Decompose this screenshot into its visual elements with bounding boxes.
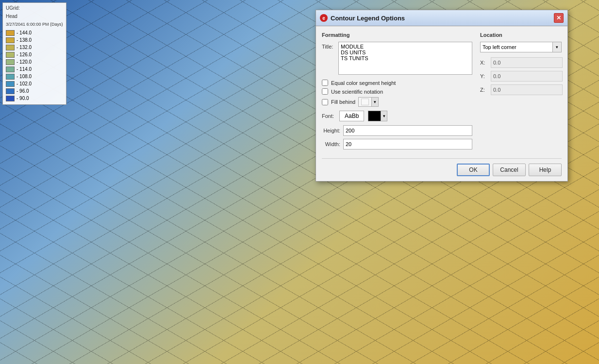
z-label: Z: (480, 87, 488, 93)
height-input[interactable] (343, 125, 472, 136)
contour-legend-dialog: e Contour Legend Options ✕ Formatting Ti… (316, 10, 568, 182)
legend-label-1: - 138.0 (17, 37, 32, 44)
legend-label-8: - 96.0 (17, 88, 29, 95)
legend-color-2 (6, 45, 15, 50)
legend-color-9 (6, 96, 15, 101)
title-label: Title: (322, 42, 335, 50)
legend-color-7 (6, 81, 15, 87)
legend-line2: Head (6, 13, 63, 20)
scientific-notation-row: Use scientific notation (322, 88, 472, 95)
dialog-title-left: e Contour Legend Options (320, 14, 405, 22)
legend-entry-5: - 114.0 (6, 66, 63, 73)
width-row: Width: (322, 139, 472, 149)
fill-behind-label: Fill behind (331, 99, 355, 105)
height-label: Height: (322, 128, 340, 133)
dialog-app-icon: e (320, 14, 328, 22)
font-preview-button[interactable]: AaBb (339, 111, 364, 121)
fill-behind-checkbox[interactable] (322, 99, 328, 105)
equal-color-row: Equal color segment height (322, 80, 472, 86)
legend-line3: 3/27/2041 6:00:00 PM (Days) (6, 21, 63, 28)
y-input[interactable] (491, 71, 563, 82)
fill-color-swatch-btn[interactable] (358, 97, 372, 107)
equal-color-checkbox[interactable] (322, 80, 328, 86)
x-input[interactable] (491, 57, 563, 68)
legend-color-6 (6, 74, 15, 80)
width-input[interactable] (343, 139, 472, 149)
font-row: Font: AaBb ▾ (322, 111, 472, 121)
location-select[interactable]: Top left corner Top right corner Bottom … (480, 42, 553, 52)
y-label: Y: (480, 73, 488, 79)
legend-entry-6: - 108.0 (6, 73, 63, 80)
legend-line1: UGrid: (6, 5, 63, 12)
dialog-buttons: OK Cancel Help (316, 159, 567, 181)
close-button[interactable]: ✕ (554, 13, 564, 23)
title-row: Title: MODULE DS UNITS TS TUNITS (322, 42, 472, 75)
legend-color-0 (6, 30, 15, 36)
fill-behind-row: Fill behind ▾ (322, 97, 472, 107)
ok-button[interactable]: OK (457, 164, 490, 176)
legend-label-3: - 126.0 (17, 51, 32, 58)
fill-color-picker: ▾ (358, 97, 379, 107)
legend-label-5: - 114.0 (17, 66, 32, 73)
legend-color-3 (6, 52, 15, 58)
legend-entry-9: - 90.0 (6, 95, 63, 102)
legend-label-9: - 90.0 (17, 95, 29, 102)
legend-entry-1: - 138.0 (6, 37, 63, 44)
scientific-notation-label: Use scientific notation (331, 89, 383, 95)
legend-label-0: - 144.0 (17, 30, 32, 36)
z-input[interactable] (491, 84, 563, 95)
fill-color-swatch (361, 99, 369, 105)
dialog-body: Formatting Title: MODULE DS UNITS TS TUN… (316, 26, 567, 158)
fill-color-dropdown[interactable]: ▾ (372, 97, 379, 107)
formatting-section-title: Formatting (322, 32, 472, 38)
legend-entry-4: - 120.0 (6, 59, 63, 66)
width-label: Width: (322, 141, 340, 147)
x-coord-row: X: (480, 57, 562, 68)
dialog-titlebar[interactable]: e Contour Legend Options ✕ (316, 10, 567, 26)
legend-entry-3: - 126.0 (6, 51, 63, 58)
scientific-notation-checkbox[interactable] (322, 88, 328, 95)
legend-color-5 (6, 66, 15, 72)
help-button[interactable]: Help (529, 164, 562, 176)
equal-color-label: Equal color segment height (331, 80, 396, 86)
formatting-section: Formatting Title: MODULE DS UNITS TS TUN… (322, 32, 472, 152)
font-label: Font: (322, 113, 335, 119)
legend-color-8 (6, 88, 15, 94)
z-coord-row: Z: (480, 84, 562, 95)
legend-label-7: - 102.0 (17, 81, 32, 87)
location-dropdown-row: Top left corner Top right corner Bottom … (480, 42, 562, 52)
font-color-black-btn[interactable] (368, 111, 381, 121)
x-label: X: (480, 60, 488, 66)
legend-entry-2: - 132.0 (6, 44, 63, 51)
height-row: Height: (322, 125, 472, 136)
font-color-dropdown[interactable]: ▾ (381, 111, 387, 121)
legend-entries: - 144.0 - 138.0 - 132.0 - 126.0 - 120.0 … (6, 30, 63, 102)
legend-label-2: - 132.0 (17, 44, 32, 51)
legend-entry-7: - 102.0 (6, 81, 63, 87)
location-dropdown-arrow[interactable]: ▾ (553, 42, 562, 52)
location-section: Location Top left corner Top right corne… (480, 32, 562, 152)
legend-label-6: - 108.0 (17, 73, 32, 80)
legend-entry-8: - 96.0 (6, 88, 63, 95)
legend-color-1 (6, 37, 15, 43)
legend-entry-0: - 144.0 (6, 30, 63, 36)
font-color-picker: ▾ (368, 111, 387, 121)
cancel-button[interactable]: Cancel (493, 164, 526, 176)
dialog-title: Contour Legend Options (331, 15, 405, 22)
legend-label-4: - 120.0 (17, 59, 32, 66)
location-section-title: Location (480, 32, 562, 38)
legend-color-4 (6, 59, 15, 65)
y-coord-row: Y: (480, 71, 562, 82)
legend-panel: UGrid: Head 3/27/2041 6:00:00 PM (Days) … (2, 2, 67, 105)
title-textarea[interactable]: MODULE DS UNITS TS TUNITS (338, 42, 472, 75)
